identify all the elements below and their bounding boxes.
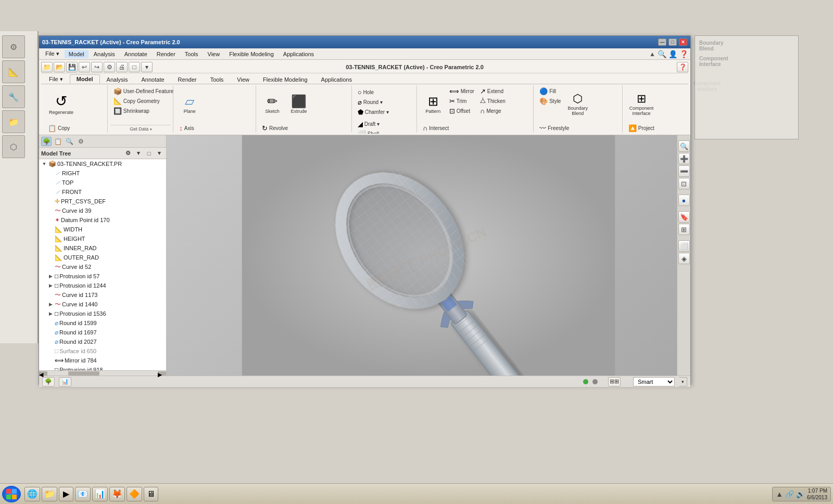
- menu-render[interactable]: Render: [153, 50, 180, 58]
- tab-view[interactable]: View: [230, 75, 256, 84]
- freestyle-button[interactable]: 〰 Freestyle: [537, 123, 572, 133]
- filter-select[interactable]: Smart Geometry Feature Body Datum: [633, 377, 675, 386]
- zoom-out-btn[interactable]: ➖: [678, 165, 690, 177]
- taskbar-vlc-btn[interactable]: 🔶: [127, 487, 142, 501]
- menu-analysis[interactable]: Analysis: [90, 50, 119, 58]
- tree-item-prot1536[interactable]: ▶ □ Protrusion id 1536: [39, 309, 166, 318]
- tab-applications[interactable]: Applications: [314, 75, 359, 84]
- pattern-button[interactable]: ⊞ Pattern: [420, 86, 446, 123]
- hscroll-thumb[interactable]: [68, 371, 99, 376]
- fit-view-btn[interactable]: ⊡: [678, 178, 690, 189]
- tray-network-icon[interactable]: 🔗: [785, 490, 794, 498]
- sidebar-tab-search[interactable]: 🔍: [64, 137, 74, 146]
- spin-center-btn[interactable]: ●: [678, 195, 690, 206]
- menu-applications[interactable]: Applications: [279, 50, 318, 58]
- help-icon-btn[interactable]: ❓: [677, 62, 688, 72]
- menu-file[interactable]: File ▾: [41, 49, 64, 58]
- thicken-button[interactable]: ⧊ Thicken: [477, 96, 508, 106]
- tab-model[interactable]: Model: [70, 74, 100, 84]
- view-manager-btn[interactable]: ⊞: [678, 224, 690, 235]
- close-button[interactable]: ✕: [679, 38, 687, 46]
- tab-render[interactable]: Render: [171, 75, 204, 84]
- root-expand[interactable]: ▼: [41, 161, 47, 167]
- new-btn[interactable]: 📁: [41, 62, 53, 72]
- taskbar-firefox-btn[interactable]: 🦊: [109, 487, 125, 501]
- zoom-window-btn[interactable]: 🔍: [678, 140, 690, 152]
- tree-item-top[interactable]: ⟋ TOP: [39, 178, 166, 187]
- tree-item-mirror784[interactable]: ⟺ Mirror id 784: [39, 356, 166, 365]
- tray-clock[interactable]: 1:07 PM 6/6/2013: [807, 487, 827, 501]
- status-bookmark-btn[interactable]: ⊞⊞: [608, 377, 621, 386]
- open-btn[interactable]: 📂: [54, 62, 65, 72]
- component-interface-button[interactable]: ⊞ ComponentInterface: [626, 86, 658, 123]
- tree-item-curve52[interactable]: 〜 Curve id 52: [39, 262, 166, 272]
- tree-item-round1697[interactable]: ⌀ Round id 1697: [39, 328, 166, 337]
- tree-horizontal-scroll[interactable]: ◀ ▶: [39, 370, 166, 376]
- shrinkwrap-button[interactable]: 🔲 Shrinkwrap: [111, 106, 176, 115]
- settings-btn[interactable]: ⚙: [104, 62, 115, 72]
- help-profile-btn[interactable]: 👤: [668, 50, 677, 58]
- hole-button[interactable]: ○ Hole: [355, 87, 392, 97]
- maximize-button[interactable]: □: [668, 38, 677, 46]
- model-tree-content[interactable]: ▼ 📦 03-TENNIS_RACKET.PR ⟋ RIGHT ⟋: [39, 159, 166, 370]
- tree-item-curve39[interactable]: 〜 Curve id 39: [39, 206, 166, 215]
- tree-item-width[interactable]: 📐 WIDTH: [39, 225, 166, 234]
- filter-dropdown-arrow[interactable]: ▾: [679, 377, 687, 386]
- extend-button[interactable]: ↗ Extend: [477, 86, 508, 96]
- tree-expand-btn[interactable]: ▾: [155, 149, 164, 158]
- menu-tools[interactable]: Tools: [181, 50, 203, 58]
- curve1440-expand[interactable]: ▶: [47, 301, 54, 307]
- menu-annotate[interactable]: Annotate: [120, 50, 152, 58]
- scroll-left-btn[interactable]: ◀: [39, 371, 47, 376]
- display-style-btn[interactable]: ⬜: [678, 240, 690, 252]
- tree-item-root[interactable]: ▼ 📦 03-TENNIS_RACKET.PR: [39, 159, 166, 169]
- tree-item-prot918[interactable]: □ Protrusion id 918: [39, 365, 166, 370]
- tab-file[interactable]: File ▾: [42, 74, 70, 84]
- axis-button[interactable]: ↕ Axis: [176, 123, 233, 133]
- paste-button[interactable]: 📄 Paste ▾: [45, 133, 78, 134]
- taskbar-excel-btn[interactable]: 📊: [92, 487, 108, 501]
- draft-button[interactable]: ◢ Draft ▾: [355, 119, 382, 128]
- window-btn[interactable]: □: [129, 62, 140, 72]
- status-graph-btn[interactable]: 📊: [59, 377, 71, 386]
- merge-button[interactable]: ∩ Merge: [477, 106, 508, 115]
- tree-search-btn[interactable]: □: [144, 149, 154, 158]
- tree-item-round2027[interactable]: ⌀ Round id 2027: [39, 337, 166, 346]
- tray-volume-icon[interactable]: 🔊: [796, 490, 805, 498]
- graphics-btn[interactable]: ◈: [678, 253, 690, 264]
- tree-item-inner-rad[interactable]: 📐 INNER_RAD: [39, 243, 166, 253]
- ribbon-collapse-btn[interactable]: ▲: [649, 50, 655, 58]
- status-tree-btn[interactable]: 🌳: [42, 377, 55, 386]
- prot57-expand[interactable]: ▶: [47, 273, 54, 279]
- solidify-button[interactable]: ⬛ Solidify: [420, 133, 452, 134]
- point-button[interactable]: ✦ Point ▾: [176, 133, 233, 134]
- tree-item-round1599[interactable]: ⌀ Round id 1599: [39, 318, 166, 328]
- tree-item-right[interactable]: ⟋ RIGHT: [39, 169, 166, 178]
- trim-button[interactable]: ✂ Trim: [447, 96, 477, 106]
- sweep-button[interactable]: 〰 Sweep ▾: [259, 133, 304, 134]
- get-data-group-label[interactable]: Get Data ▾: [111, 125, 171, 132]
- menu-model[interactable]: Model: [65, 50, 89, 58]
- taskbar-media-btn[interactable]: ▶: [59, 487, 73, 501]
- save-btn[interactable]: 💾: [66, 62, 78, 72]
- tab-analysis[interactable]: Analysis: [100, 75, 135, 84]
- prot1536-expand[interactable]: ▶: [47, 311, 54, 317]
- tree-settings-btn[interactable]: ⚙: [123, 149, 133, 158]
- user-defined-feature-button[interactable]: 📦 User-Defined Feature: [111, 86, 176, 96]
- tree-item-point170[interactable]: ✦ Datum Point id 170: [39, 215, 166, 225]
- revolve-button[interactable]: ↻ Revolve: [259, 123, 304, 133]
- fill-button[interactable]: 🔵 Fill: [537, 86, 563, 96]
- zoom-in-btn[interactable]: ➕: [678, 153, 690, 164]
- viewport[interactable]: 图行天下 PHOTO.CN 🔍 ➕ ➖ ⊡ ● 🔖 ⊞ ⬜ ◈: [167, 135, 690, 376]
- round-button[interactable]: ⌀ Round ▾: [355, 97, 392, 107]
- undo-btn[interactable]: ↩: [79, 62, 90, 72]
- help-btn[interactable]: ❓: [679, 50, 688, 58]
- menu-flexible-modeling[interactable]: Flexible Modeling: [225, 50, 278, 58]
- search-btn[interactable]: 🔍: [658, 50, 666, 58]
- tree-item-prot1244[interactable]: ▶ □ Protrusion id 1244: [39, 281, 166, 290]
- tree-item-curve1440[interactable]: ▶ 〜 Curve id 1440: [39, 300, 166, 309]
- taskbar-explorer-btn[interactable]: 📁: [42, 487, 57, 501]
- regenerate-button[interactable]: ↺ Regenerate: [45, 86, 77, 123]
- extrude-button[interactable]: ⬛ Extrude: [286, 86, 312, 123]
- tab-annotate[interactable]: Annotate: [135, 75, 171, 84]
